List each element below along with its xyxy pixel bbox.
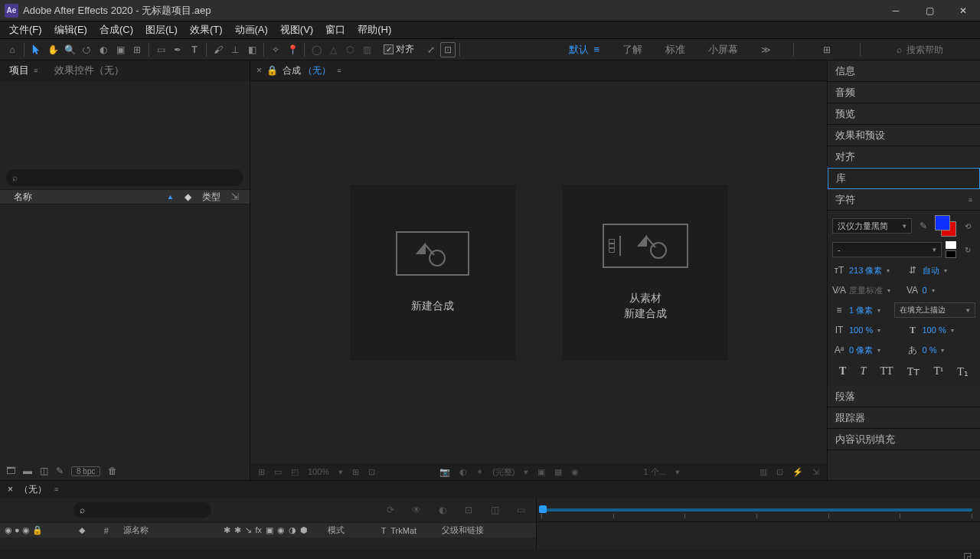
render-icon[interactable]: ⊡ [776,467,783,477]
project-list[interactable] [0,204,250,462]
clone-tool[interactable]: ⊥ [227,42,243,57]
stroke-width-val[interactable]: 1 像素 [849,305,873,316]
italic-btn[interactable]: T [861,365,867,378]
panel-preview[interactable]: 预览 [828,103,980,125]
subscript-btn[interactable]: T₁ [957,365,969,378]
stroke-pos-dd[interactable]: 在填充上描边▾ [894,302,975,318]
aux-tool-3[interactable]: ⬡ [342,42,358,57]
view-layout[interactable]: 1 个... [643,466,665,478]
aux-tool-1[interactable]: ◯ [309,42,324,57]
swap-colors-icon[interactable]: ⟲ [960,218,975,234]
snapshot-icon[interactable]: 📷 [439,467,450,477]
bpc-button[interactable]: 8 bpc [71,466,100,476]
folder-icon[interactable]: ▬ [23,466,32,476]
leading-val[interactable]: 自动 [923,265,939,276]
ws-more[interactable]: ≫ [761,44,768,55]
grid-icon[interactable]: ⊞ [352,467,359,477]
search-help-input[interactable] [906,44,975,55]
tl-tab-menu[interactable]: ≡ [54,485,58,493]
new-comp-icon[interactable]: ◫ [40,466,48,476]
rectangle-tool[interactable]: ▭ [153,42,168,57]
smallcaps-btn[interactable]: Tᴛ [907,365,920,378]
kerning-val[interactable]: 度量标准 [849,285,883,296]
comp-tab-menu[interactable]: ≡ [337,67,341,74]
selection-tool[interactable] [28,42,44,57]
brush-tool[interactable]: 🖌 [211,42,226,57]
tag-icon[interactable]: ◆ [185,191,191,202]
tl-col-trkmat[interactable]: T TrkMat [377,526,437,535]
transparency-icon[interactable]: ▦ [554,467,562,477]
tl-av-switches[interactable]: ●◉🔒 [0,525,70,535]
zoom-tool[interactable]: 🔍 [62,42,77,57]
expand-panel-icon[interactable]: ◲ [963,551,972,558]
composition-viewer[interactable]: 新建合成 从素材 新建合成 [250,80,827,463]
pen-tool[interactable]: ✒ [170,42,185,57]
tl-color-icon[interactable]: ◆ [79,525,85,534]
vscale-val[interactable]: 100 % [849,325,873,335]
menu-view[interactable]: 视图(V) [274,21,319,38]
tl-graph-icon[interactable]: ⟳ [383,502,398,518]
panel-tracker[interactable]: 跟踪器 [828,407,980,429]
tab-effect-controls[interactable]: 效果控件（无） [54,64,124,77]
adjust-icon[interactable]: ✎ [56,466,64,476]
menu-help[interactable]: 帮助(H) [351,21,397,38]
col-name[interactable]: 名称 [14,191,161,204]
tl-frame-icon[interactable]: ▭ [513,502,528,518]
allcaps-btn[interactable]: TT [880,365,893,378]
puppet-tool[interactable]: 📍 [285,42,300,57]
hscale-val[interactable]: 100 % [923,325,946,335]
minimize-button[interactable]: ─ [879,0,913,21]
search-help[interactable]: ⌕ [897,44,975,55]
playhead[interactable] [539,505,547,513]
camera-tool[interactable]: ▣ [113,42,128,57]
snap-lines-icon[interactable]: ⤢ [423,42,439,57]
tl-col-hash[interactable]: # [94,526,119,535]
menu-composition[interactable]: 合成(C) [93,21,139,38]
roto-tool[interactable]: ✧ [268,42,283,57]
lock-icon[interactable]: 🔒 [266,65,278,76]
no-color-icon[interactable]: ↻ [960,242,975,257]
tl-col-mode[interactable]: 模式 [323,525,376,536]
font-family-dd[interactable]: 汉仪力量黑简▾ [832,218,912,234]
close-button[interactable]: ✕ [946,0,980,21]
tl-switch-icon[interactable]: ◐ [435,502,450,518]
magnify-icon[interactable]: ⊞ [258,467,265,477]
superscript-btn[interactable]: T¹ [933,365,943,378]
menu-effect[interactable]: 效果(T) [184,21,229,38]
menu-window[interactable]: 窗口 [319,21,351,38]
home-icon[interactable]: ⌂ [5,42,20,57]
rotate-tool[interactable]: ◐ [96,42,111,57]
aux-tool-4[interactable]: ▥ [359,42,374,57]
aux-tool-2[interactable]: △ [325,42,341,57]
flowchart-icon[interactable]: ⇲ [227,191,243,202]
zoom-value[interactable]: 100% [308,467,329,476]
timecode-icon[interactable]: ▥ [760,467,767,477]
tl-switches[interactable]: ✱✱↘fx▣◉◑⬢ [217,525,324,535]
panel-character[interactable]: 字符≡ [828,189,980,211]
tl-tab-close[interactable]: × [8,484,13,495]
snap-toggle[interactable]: ✓ 对齐 [384,43,414,56]
new-from-footage-button[interactable]: 从素材 新建合成 [563,185,728,361]
ws-learn[interactable]: 了解 [622,43,642,57]
tracking-val[interactable]: 0 [923,286,927,295]
hand-tool[interactable]: ✋ [45,42,60,57]
menu-edit[interactable]: 编辑(E) [48,21,93,38]
menu-animation[interactable]: 动画(A) [229,21,274,38]
project-search[interactable]: ⌕ [6,169,243,186]
panel-paragraph[interactable]: 段落 [828,386,980,407]
bold-btn[interactable]: T [839,365,846,378]
mask-icon[interactable]: ◰ [291,467,299,477]
menu-file[interactable]: 文件(F) [3,21,48,38]
panel-align[interactable]: 对齐 [828,146,980,168]
fast-icon[interactable]: ⚡ [792,467,803,477]
channel-icon[interactable]: ◐ [459,467,467,477]
ws-small[interactable]: 小屏幕 [708,43,738,57]
baseline-val[interactable]: 0 像素 [849,345,873,356]
guide-icon[interactable]: ⊡ [368,467,375,477]
flow-icon[interactable]: ⇲ [812,467,819,477]
comp-tab-close[interactable]: × [256,65,262,76]
ws-default[interactable]: 默认≡ [569,43,599,57]
comp-tab-label[interactable]: 合成 （无） [283,64,331,77]
color-icon[interactable]: ✶ [476,467,483,477]
panel-libraries[interactable]: 库 [828,168,980,189]
